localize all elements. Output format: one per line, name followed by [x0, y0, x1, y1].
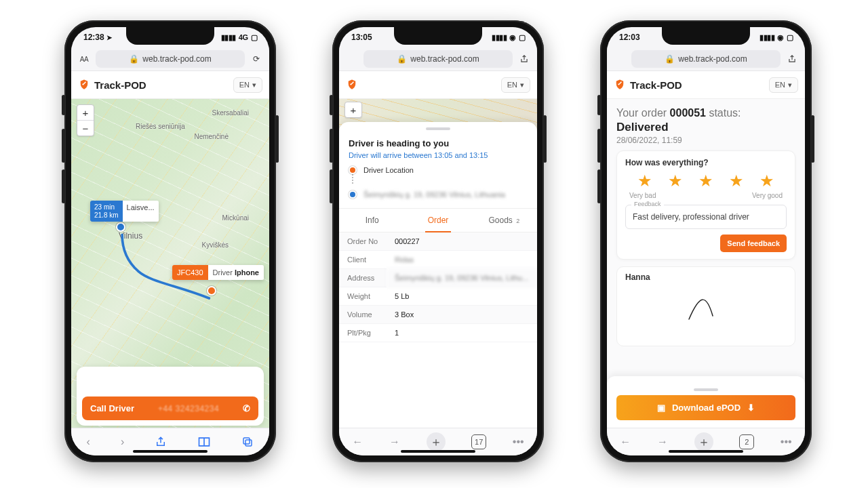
brand-name: Track-POD: [630, 79, 682, 91]
battery-icon: ▢: [787, 33, 793, 42]
map-city-label: Vilnius: [119, 231, 142, 241]
vehicle-code: JFC430: [172, 265, 208, 280]
svg-rect-1: [245, 440, 252, 446]
client: Ridas: [387, 251, 537, 269]
plt-pkg: 1: [387, 324, 537, 342]
clock: 12:03: [619, 33, 640, 42]
drag-handle[interactable]: [694, 388, 718, 391]
network-label: 4G: [239, 33, 248, 41]
browser-address-bar: AA 🔒web.track-pod.com ⟳: [71, 47, 269, 71]
star-5-icon[interactable]: ★: [760, 171, 774, 190]
battery-icon: ▢: [251, 33, 258, 42]
chevron-down-icon: ▾: [520, 81, 524, 89]
zoom-in-button[interactable]: +: [77, 105, 94, 120]
map-view[interactable]: Vilnius Nemenčinė Mickūnai Kyviškės Sker…: [71, 99, 269, 430]
tabs-button[interactable]: 17: [471, 434, 486, 449]
home-indicator: [401, 450, 475, 453]
nav-forward-button[interactable]: →: [389, 436, 400, 448]
tabs-button[interactable]: 2: [739, 434, 754, 449]
logo-icon: [614, 79, 626, 91]
call-driver-button[interactable]: Call Driver +44 324234234 ✆: [82, 396, 258, 420]
label-very-bad: Very bad: [629, 192, 656, 199]
nav-back-button[interactable]: ←: [620, 436, 631, 448]
weight: 5 Lb: [387, 287, 537, 306]
tab-info[interactable]: Info: [339, 209, 405, 232]
tab-goods[interactable]: Goods 2: [471, 209, 537, 232]
chevron-down-icon: ▾: [788, 81, 792, 89]
label-very-good: Very good: [752, 192, 783, 199]
url-field[interactable]: 🔒web.track-pod.com: [363, 50, 513, 68]
zoom-out-button[interactable]: −: [77, 121, 94, 136]
browser-address-bar: 🔒web.track-pod.com: [339, 47, 537, 71]
driver-location-row: Driver Location: [349, 166, 528, 174]
logo-icon: [346, 79, 358, 91]
menu-button[interactable]: •••: [781, 436, 792, 448]
star-rating[interactable]: ★ ★ ★ ★ ★: [629, 171, 783, 190]
status-value: Delivered: [616, 121, 795, 134]
call-number: +44 324234234: [158, 404, 219, 413]
feedback-card: How was everything? ★ ★ ★ ★ ★ Very badVe…: [616, 150, 795, 260]
zoom-in-button[interactable]: +: [345, 102, 361, 117]
goods-count: 2: [516, 218, 519, 224]
destination-row: Šeimyniškių g. 19, 09236 Vilnius, Lithua…: [349, 190, 528, 199]
map-label: Riešės seniūnija: [136, 123, 185, 130]
map-label: Mickūnai: [222, 214, 249, 222]
url-text: web.track-pod.com: [142, 54, 211, 64]
svg-rect-0: [243, 438, 250, 444]
nav-back-button[interactable]: ←: [352, 436, 363, 448]
reload-button[interactable]: ⟳: [249, 54, 264, 64]
download-epod-button[interactable]: ▣ Download ePOD ⬇: [616, 395, 795, 420]
dot-blue-icon: [349, 190, 357, 199]
brand-name: Track-POD: [94, 79, 146, 91]
download-icon: ⬇: [747, 403, 755, 413]
app-header: Track-POD EN▾: [607, 71, 805, 99]
order-number: 000051: [670, 107, 706, 119]
eta-text: Driver will arrive between 13:05 and 13:…: [349, 151, 528, 159]
drag-handle[interactable]: [426, 127, 450, 130]
feedback-input[interactable]: Feedback Fast delivery, professional dri…: [625, 205, 787, 229]
star-3-icon[interactable]: ★: [698, 171, 713, 190]
phone-icon: ✆: [243, 403, 250, 413]
tab-order[interactable]: Order: [405, 209, 471, 232]
language-selector[interactable]: EN▾: [769, 77, 798, 93]
reader-button[interactable]: AA: [77, 56, 92, 63]
brand: [346, 79, 358, 91]
signer-name: Hanna: [625, 272, 787, 282]
star-2-icon[interactable]: ★: [668, 171, 683, 190]
language-selector[interactable]: EN▾: [233, 77, 262, 93]
bookmarks-button[interactable]: [197, 436, 211, 449]
home-indicator: [669, 450, 743, 453]
address: Šeimyniškių g. 19, 09236 Vilnius, Lithu.…: [387, 269, 537, 287]
map-label: Kyviškės: [202, 241, 229, 249]
clock: 12:38: [83, 33, 104, 42]
driver-pin: [207, 286, 216, 296]
bottom-sheet[interactable]: Driver is heading to you Driver will arr…: [339, 122, 537, 430]
driver-chip[interactable]: JFC430 Driver Iphone: [172, 265, 264, 280]
share-button[interactable]: [785, 54, 800, 64]
driver-label: Driver: [213, 268, 233, 277]
wifi-icon: ◉: [509, 33, 516, 42]
nav-forward-button[interactable]: ›: [121, 436, 124, 448]
star-4-icon[interactable]: ★: [729, 171, 744, 190]
signal-icon: ▮▮▮▮: [221, 33, 236, 42]
url-field[interactable]: 🔒web.track-pod.com: [631, 50, 781, 68]
language-selector[interactable]: EN▾: [501, 77, 530, 93]
send-feedback-button[interactable]: Send feedback: [720, 235, 787, 252]
map-zoom: + −: [77, 104, 94, 136]
url-field[interactable]: 🔒web.track-pod.com: [96, 50, 245, 68]
star-1-icon[interactable]: ★: [637, 171, 652, 190]
logo-icon: [78, 79, 90, 91]
volume: 3 Box: [387, 306, 537, 324]
tracking-view: + Driver is heading to you Driver will a…: [339, 99, 537, 430]
share-button[interactable]: [155, 436, 167, 449]
destination-pin: [116, 222, 125, 232]
new-tab-button[interactable]: ＋: [427, 432, 446, 451]
new-tab-button[interactable]: ＋: [694, 432, 713, 451]
share-button[interactable]: [517, 54, 532, 64]
nav-forward-button[interactable]: →: [657, 436, 668, 448]
nav-back-button[interactable]: ‹: [87, 436, 90, 448]
tabs-button[interactable]: [241, 436, 254, 449]
menu-button[interactable]: •••: [513, 436, 524, 448]
map-label: Skersabaliai: [212, 109, 249, 117]
feedback-legend: Feedback: [631, 201, 664, 207]
